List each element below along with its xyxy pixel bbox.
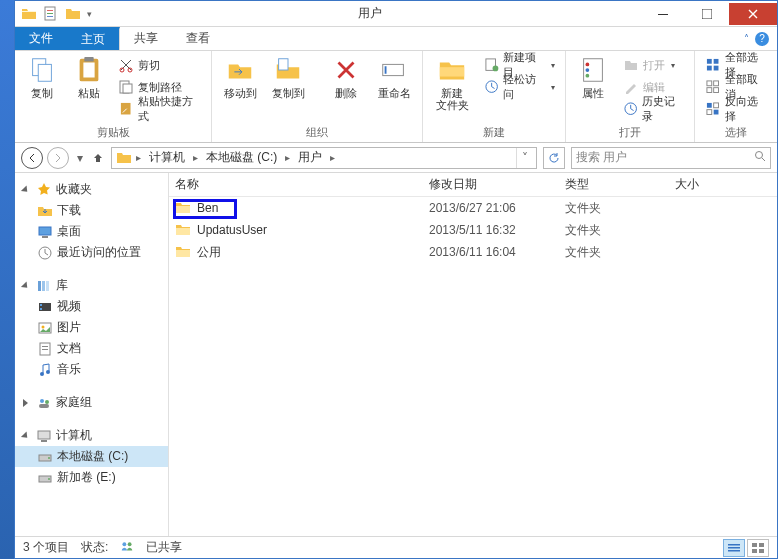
nav-videos[interactable]: 视频	[15, 296, 168, 317]
svg-rect-40	[39, 227, 51, 235]
maximize-button[interactable]	[685, 3, 729, 25]
status-state-label: 状态:	[81, 539, 108, 556]
easy-access-icon	[484, 79, 499, 95]
svg-rect-59	[38, 431, 50, 439]
svg-rect-60	[41, 440, 47, 442]
nav-computer[interactable]: 计算机	[15, 425, 168, 446]
ribbon-tabs: 文件 主页 共享 查看 ˄ ?	[15, 27, 777, 51]
new-folder-button[interactable]: 新建 文件夹	[429, 53, 475, 111]
table-row[interactable]: Ben2013/6/27 21:06文件夹	[169, 197, 777, 219]
nav-up-button[interactable]	[91, 152, 105, 164]
paste-button[interactable]: 粘贴	[68, 53, 111, 99]
breadcrumb-item[interactable]: 用户	[294, 149, 326, 166]
nav-downloads[interactable]: 下载	[15, 200, 168, 221]
tab-share[interactable]: 共享	[120, 27, 172, 50]
refresh-button[interactable]	[543, 147, 565, 169]
col-name[interactable]: 名称	[175, 176, 429, 193]
nav-documents[interactable]: 文档	[15, 338, 168, 359]
rename-button[interactable]: 重命名	[372, 53, 416, 99]
svg-point-25	[586, 74, 590, 78]
file-type: 文件夹	[565, 200, 675, 217]
copy-to-button[interactable]: 复制到	[266, 53, 310, 99]
downloads-icon	[37, 203, 53, 219]
invert-selection-icon	[705, 101, 720, 117]
chevron-right-icon[interactable]: ▸	[134, 152, 143, 163]
tab-view[interactable]: 查看	[172, 27, 224, 50]
nav-drive-c[interactable]: 本地磁盘 (C:)	[15, 446, 168, 467]
minimize-button[interactable]	[641, 3, 685, 25]
svg-rect-58	[39, 404, 49, 408]
delete-button[interactable]: 删除	[324, 53, 368, 99]
nav-forward-button[interactable]	[47, 147, 69, 169]
svg-rect-1	[47, 10, 53, 11]
svg-point-24	[586, 68, 590, 72]
open-button[interactable]: 打开▾	[619, 55, 689, 75]
svg-rect-33	[707, 88, 712, 93]
file-name: UpdatusUser	[197, 223, 267, 237]
col-size[interactable]: 大小	[675, 176, 777, 193]
new-folder-icon	[437, 55, 467, 85]
ribbon: 复制 粘贴 剪切 复制路径 粘贴快捷方式 剪贴板 移动到	[15, 51, 777, 143]
nav-favorites[interactable]: 收藏夹	[15, 179, 168, 200]
cut-button[interactable]: 剪切	[114, 55, 205, 75]
explorer-body: 收藏夹 下载 桌面 最近访问的位置 库 视频 图片 文档 音乐 家庭组 计算机 …	[15, 173, 777, 536]
close-button[interactable]	[729, 3, 777, 25]
copy-button[interactable]: 复制	[21, 53, 64, 99]
nav-music[interactable]: 音乐	[15, 359, 168, 380]
chevron-right-icon[interactable]: ▸	[191, 152, 200, 163]
nav-drive-e[interactable]: 新加卷 (E:)	[15, 467, 168, 488]
nav-pictures[interactable]: 图片	[15, 317, 168, 338]
view-mode-switch	[723, 539, 769, 557]
table-row[interactable]: 公用2013/6/11 16:04文件夹	[169, 241, 777, 263]
file-modified: 2013/6/11 16:04	[429, 245, 565, 259]
nav-homegroup[interactable]: 家庭组	[15, 392, 168, 413]
breadcrumb-item[interactable]: 计算机	[145, 149, 189, 166]
paste-shortcut-button[interactable]: 粘贴快捷方式	[114, 99, 205, 119]
table-row[interactable]: UpdatusUser2013/5/11 16:32文件夹	[169, 219, 777, 241]
minimize-ribbon-icon[interactable]: ˄	[744, 33, 749, 44]
svg-rect-48	[40, 308, 42, 310]
properties-icon	[578, 55, 608, 85]
easy-access-button[interactable]: 轻松访问▾	[480, 77, 559, 97]
address-bar[interactable]: ▸ 计算机 ▸ 本地磁盘 (C:) ▸ 用户 ▸ ˅	[111, 147, 537, 169]
svg-rect-53	[42, 349, 48, 350]
move-to-button[interactable]: 移动到	[218, 53, 262, 99]
tab-file[interactable]: 文件	[15, 27, 67, 50]
nav-libraries[interactable]: 库	[15, 275, 168, 296]
col-modified[interactable]: 修改日期	[429, 176, 565, 193]
svg-point-62	[48, 457, 50, 459]
nav-desktop[interactable]: 桌面	[15, 221, 168, 242]
properties-qat-icon[interactable]	[43, 6, 59, 22]
rename-icon	[379, 55, 409, 85]
file-name: 公用	[197, 244, 221, 261]
address-dropdown[interactable]: ˅	[516, 148, 532, 168]
icons-view-button[interactable]	[747, 539, 769, 557]
help-icon[interactable]: ?	[755, 32, 769, 46]
svg-rect-73	[759, 549, 764, 553]
nav-recent[interactable]: 最近访问的位置	[15, 242, 168, 263]
navigation-pane[interactable]: 收藏夹 下载 桌面 最近访问的位置 库 视频 图片 文档 音乐 家庭组 计算机 …	[15, 173, 169, 536]
details-view-button[interactable]	[723, 539, 745, 557]
computer-icon	[36, 428, 52, 444]
status-item-count: 3 个项目	[23, 539, 69, 556]
nav-back-button[interactable]	[21, 147, 43, 169]
properties-button[interactable]: 属性	[572, 53, 615, 99]
paste-icon	[74, 55, 104, 85]
svg-rect-31	[707, 81, 712, 86]
select-none-icon	[705, 79, 720, 95]
col-type[interactable]: 类型	[565, 176, 675, 193]
new-folder-qat-icon[interactable]	[65, 6, 81, 22]
history-button[interactable]: 历史记录	[619, 99, 689, 119]
invert-selection-button[interactable]: 反向选择	[701, 99, 771, 119]
folder-icon	[175, 200, 191, 216]
nav-recent-dropdown[interactable]: ▾	[73, 151, 87, 165]
qat-dropdown-icon[interactable]: ▾	[87, 9, 92, 19]
chevron-right-icon[interactable]: ▸	[328, 152, 337, 163]
svg-rect-45	[46, 281, 49, 291]
breadcrumb-item[interactable]: 本地磁盘 (C:)	[202, 149, 281, 166]
tab-home[interactable]: 主页	[67, 27, 120, 50]
search-input[interactable]: 搜索 用户	[571, 147, 771, 169]
file-rows: Ben2013/6/27 21:06文件夹UpdatusUser2013/5/1…	[169, 197, 777, 536]
chevron-right-icon[interactable]: ▸	[283, 152, 292, 163]
ribbon-group-clipboard: 复制 粘贴 剪切 复制路径 粘贴快捷方式 剪贴板	[15, 51, 212, 142]
